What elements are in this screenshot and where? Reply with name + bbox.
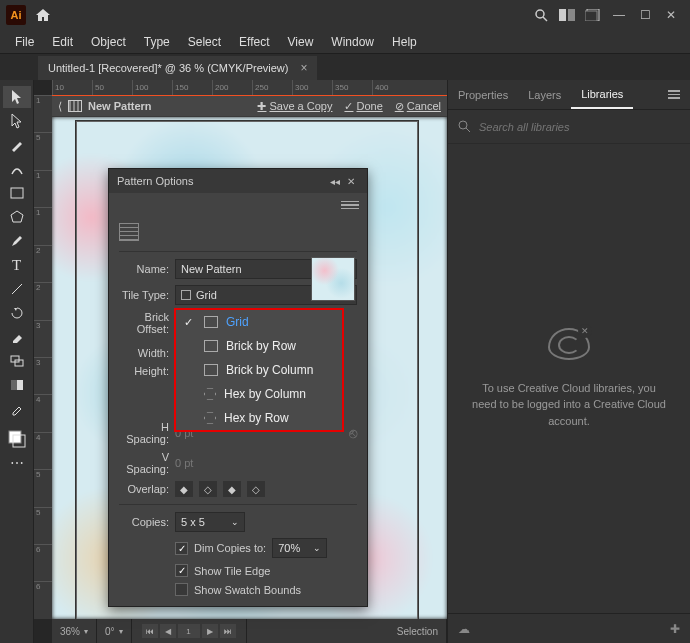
save-copy-button[interactable]: ✚ Save a Copy (257, 100, 332, 113)
svg-line-1 (543, 17, 547, 21)
artboard-nav-last[interactable]: ⏭ (220, 624, 236, 638)
vspacing-value: 0 pt (175, 457, 193, 469)
brick-offset-label: Brick Offset: (119, 311, 175, 335)
svg-point-0 (536, 10, 544, 18)
dropdown-option-hex-column[interactable]: Hex by Column (176, 382, 342, 406)
tool-ellipse[interactable] (3, 206, 31, 228)
right-panel-tabs: Properties Layers Libraries (448, 80, 690, 110)
dropdown-option-hex-row[interactable]: Hex by Row (176, 406, 342, 430)
done-button[interactable]: ✓ Done (344, 100, 382, 113)
show-tile-edge-label: Show Tile Edge (194, 565, 270, 577)
menu-file[interactable]: File (6, 32, 43, 52)
tool-eyedropper[interactable] (3, 398, 31, 420)
color-fill-swatch[interactable] (3, 428, 31, 450)
dropdown-option-brick-column[interactable]: Brick by Column (176, 358, 342, 382)
svg-rect-2 (559, 9, 566, 21)
brick-column-icon (204, 364, 218, 376)
tool-scale[interactable] (3, 350, 31, 372)
overlap-bottom-button[interactable]: ◇ (247, 481, 265, 497)
tool-more[interactable]: ⋯ (3, 452, 31, 474)
window-minimize[interactable]: — (606, 4, 632, 26)
dim-copies-checkbox[interactable]: ✓ (175, 542, 188, 555)
show-swatch-bounds-label: Show Swatch Bounds (194, 584, 301, 596)
menu-help[interactable]: Help (383, 32, 426, 52)
tab-properties[interactable]: Properties (448, 82, 518, 108)
app-logo: Ai (6, 5, 26, 25)
svg-point-15 (459, 121, 467, 129)
cancel-button[interactable]: ⊘ Cancel (395, 100, 441, 113)
width-label: Width: (119, 347, 175, 359)
empty-message: To use Creative Cloud libraries, you nee… (472, 380, 666, 430)
right-panel: Properties Layers Libraries To use Creat… (447, 80, 690, 643)
menu-object[interactable]: Object (82, 32, 135, 52)
menu-view[interactable]: View (279, 32, 323, 52)
svg-line-16 (466, 128, 470, 132)
document-tab[interactable]: Untitled-1 [Recovered]* @ 36 % (CMYK/Pre… (38, 56, 317, 80)
overlap-top-button[interactable]: ◆ (223, 481, 241, 497)
checkmark-icon: ✓ (184, 316, 196, 329)
window-close[interactable]: ✕ (658, 4, 684, 26)
panel-close-icon[interactable]: ✕ (343, 176, 359, 187)
tools-panel: T ⋯ (0, 80, 34, 643)
copies-select[interactable]: 5 x 5⌄ (175, 512, 245, 532)
home-icon[interactable] (32, 4, 54, 26)
artboard-nav-first[interactable]: ⏮ (142, 624, 158, 638)
tool-rotate[interactable] (3, 302, 31, 324)
grid-icon (204, 316, 218, 328)
close-icon[interactable]: × (300, 61, 307, 75)
zoom-level[interactable]: 36% ▾ (52, 619, 97, 643)
overlap-left-button[interactable]: ◆ (175, 481, 193, 497)
search-icon (458, 120, 471, 133)
workspace-switcher-icon[interactable] (554, 4, 580, 26)
svg-rect-12 (11, 380, 17, 390)
tool-line[interactable] (3, 278, 31, 300)
artboard-number[interactable]: 1 (178, 624, 200, 638)
tool-eraser[interactable] (3, 326, 31, 348)
menu-window[interactable]: Window (322, 32, 383, 52)
show-swatch-bounds-checkbox[interactable] (175, 583, 188, 596)
dropdown-option-grid[interactable]: ✓ Grid (176, 310, 342, 334)
tile-type-label: Tile Type: (119, 289, 175, 301)
tab-layers[interactable]: Layers (518, 82, 571, 108)
tool-selection[interactable] (3, 86, 31, 108)
tool-curvature[interactable] (3, 158, 31, 180)
menu-effect[interactable]: Effect (230, 32, 278, 52)
document-tab-title: Untitled-1 [Recovered]* @ 36 % (CMYK/Pre… (48, 62, 288, 74)
back-icon[interactable]: ⟨ (58, 100, 62, 113)
window-maximize[interactable]: ☐ (632, 4, 658, 26)
artboard-nav-prev[interactable]: ◀ (160, 624, 176, 638)
rotate-view[interactable]: 0° ▾ (97, 619, 132, 643)
tile-type-dropdown: ✓ Grid Brick by Row Brick by Column Hex … (174, 308, 344, 432)
tool-paintbrush[interactable] (3, 230, 31, 252)
pattern-tile-tool-icon[interactable] (119, 223, 139, 241)
panel-menu-icon[interactable] (664, 86, 684, 103)
menu-type[interactable]: Type (135, 32, 179, 52)
libraries-empty-state: To use Creative Cloud libraries, you nee… (448, 144, 690, 613)
selection-status: Selection (389, 619, 447, 643)
cloud-sync-icon[interactable]: ☁ (458, 622, 470, 636)
dim-copies-select[interactable]: 70%⌄ (272, 538, 327, 558)
status-bar: 36% ▾ 0° ▾ ⏮ ◀ 1 ▶ ⏭ Selection (52, 619, 447, 643)
show-tile-edge-checkbox[interactable]: ✓ (175, 564, 188, 577)
link-spacing-icon[interactable]: ⎋ (349, 425, 357, 441)
tool-rectangle[interactable] (3, 182, 31, 204)
overlap-right-button[interactable]: ◇ (199, 481, 217, 497)
search-input[interactable] (479, 121, 680, 133)
tab-libraries[interactable]: Libraries (571, 81, 633, 109)
panel-collapse-icon[interactable]: ◂◂ (327, 176, 343, 187)
add-content-icon[interactable]: ✚ (670, 622, 680, 636)
dropdown-option-brick-row[interactable]: Brick by Row (176, 334, 342, 358)
creative-cloud-icon (548, 328, 590, 360)
tool-type[interactable]: T (3, 254, 31, 276)
pattern-bar-icon (68, 100, 82, 112)
tool-pen[interactable] (3, 134, 31, 156)
tool-direct-selection[interactable] (3, 110, 31, 132)
menu-edit[interactable]: Edit (43, 32, 82, 52)
menu-select[interactable]: Select (179, 32, 230, 52)
arrange-documents-icon[interactable] (580, 4, 606, 26)
chevron-down-icon: ▾ (84, 627, 88, 636)
tool-gradient[interactable] (3, 374, 31, 396)
search-icon[interactable] (528, 4, 554, 26)
panel-menu-icon[interactable] (341, 201, 359, 210)
artboard-nav-next[interactable]: ▶ (202, 624, 218, 638)
